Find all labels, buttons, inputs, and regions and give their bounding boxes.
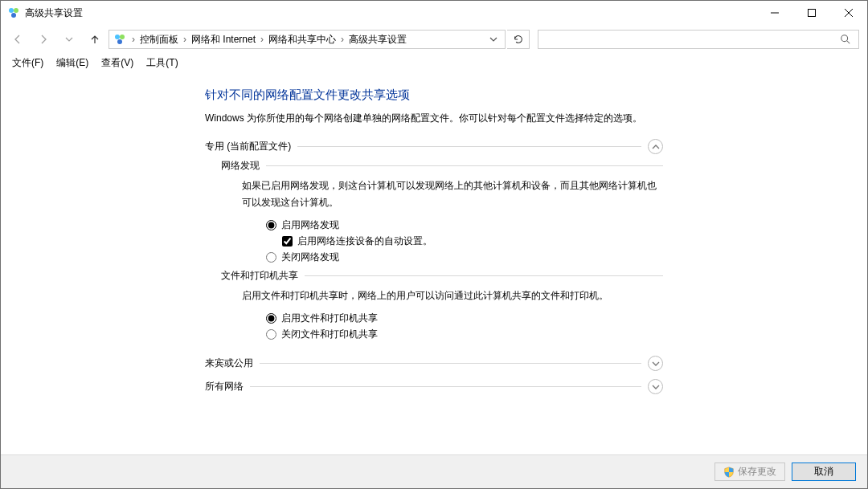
address-bar[interactable]: › 控制面板 › 网络和 Internet › 网络和共享中心 › 高级共享设置 — [108, 30, 506, 49]
page-subtext: Windows 为你所使用的每个网络创建单独的网络配置文件。你可以针对每个配置文… — [205, 111, 663, 126]
search-input[interactable] — [542, 32, 836, 47]
menu-view[interactable]: 查看(V) — [95, 55, 140, 71]
radio-netdisc-off[interactable]: 关闭网络发现 — [266, 251, 663, 264]
address-icon — [113, 32, 127, 47]
chevron-right-icon[interactable]: › — [182, 34, 188, 45]
chevron-right-icon[interactable]: › — [259, 34, 265, 45]
svg-point-6 — [117, 39, 122, 44]
radio-label: 启用网络发现 — [281, 218, 339, 232]
footer: 保存更改 取消 — [1, 454, 867, 488]
app-icon — [7, 6, 20, 19]
radio-input[interactable] — [266, 329, 276, 340]
profile-guest-header[interactable]: 来宾或公用 — [205, 356, 663, 371]
button-label: 保存更改 — [738, 465, 776, 479]
forward-button[interactable] — [31, 28, 55, 51]
profile-private-header[interactable]: 专用 (当前配置文件) — [205, 139, 663, 154]
up-button[interactable] — [83, 28, 107, 51]
settings-panel: 针对不同的网络配置文件更改共享选项 Windows 为你所使用的每个网络创建单独… — [205, 83, 663, 454]
menu-bar: 文件(F) 编辑(E) 查看(V) 工具(T) — [1, 54, 867, 71]
svg-point-7 — [841, 35, 848, 42]
profile-private-label: 专用 (当前配置文件) — [205, 140, 291, 153]
refresh-button[interactable] — [507, 30, 530, 49]
svg-rect-3 — [809, 10, 816, 17]
recent-dropdown[interactable] — [57, 28, 81, 51]
radio-fileshare-on[interactable]: 启用文件和打印机共享 — [266, 312, 663, 325]
nav-row: › 控制面板 › 网络和 Internet › 网络和共享中心 › 高级共享设置 — [1, 25, 867, 54]
checkbox-label: 启用网络连接设备的自动设置。 — [297, 234, 432, 248]
divider — [266, 165, 663, 166]
chevron-right-icon[interactable]: › — [339, 34, 346, 45]
maximize-button[interactable] — [793, 1, 830, 25]
titlebar: 高级共享设置 — [1, 1, 867, 25]
fileshare-desc: 启用文件和打印机共享时，网络上的用户可以访问通过此计算机共享的文件和打印机。 — [242, 287, 663, 304]
profile-guest-label: 来宾或公用 — [205, 357, 253, 370]
breadcrumb-item[interactable]: 高级共享设置 — [346, 33, 410, 47]
radio-netdisc-on[interactable]: 启用网络发现 — [266, 218, 663, 232]
divider — [297, 146, 641, 147]
save-button[interactable]: 保存更改 — [714, 463, 785, 481]
radio-input[interactable] — [266, 252, 276, 263]
radio-label: 关闭网络发现 — [281, 251, 339, 264]
search-box[interactable] — [538, 30, 859, 49]
breadcrumb-item[interactable]: 控制面板 — [137, 33, 182, 47]
svg-point-5 — [120, 35, 125, 39]
window: 高级共享设置 › — [0, 0, 868, 489]
breadcrumb-item[interactable]: 网络和 Internet — [188, 33, 259, 47]
checkbox-input[interactable] — [282, 236, 293, 247]
svg-point-0 — [9, 8, 14, 13]
button-label: 取消 — [814, 465, 833, 479]
check-netdisc-auto[interactable]: 启用网络连接设备的自动设置。 — [282, 234, 663, 248]
profile-all-header[interactable]: 所有网络 — [205, 379, 663, 394]
section-file-share: 文件和打印机共享 — [221, 269, 663, 283]
minimize-button[interactable] — [756, 1, 793, 25]
close-button[interactable] — [830, 1, 867, 25]
page-heading: 针对不同的网络配置文件更改共享选项 — [205, 88, 663, 103]
divider — [260, 363, 641, 364]
section-title: 网络发现 — [221, 159, 260, 173]
address-dropdown[interactable] — [484, 31, 503, 48]
chevron-right-icon[interactable]: › — [130, 34, 137, 45]
collapse-icon[interactable] — [648, 139, 663, 154]
back-button[interactable] — [6, 28, 30, 51]
svg-point-1 — [14, 8, 18, 13]
shield-icon — [723, 467, 735, 478]
window-title: 高级共享设置 — [25, 6, 83, 20]
section-title: 文件和打印机共享 — [221, 269, 298, 283]
divider — [250, 386, 641, 387]
menu-file[interactable]: 文件(F) — [6, 55, 50, 71]
svg-point-4 — [115, 35, 120, 39]
breadcrumb-item[interactable]: 网络和共享中心 — [265, 33, 339, 47]
divider — [305, 275, 663, 276]
radio-fileshare-off[interactable]: 关闭文件和打印机共享 — [266, 328, 663, 341]
search-icon[interactable] — [836, 31, 855, 48]
netdisc-desc: 如果已启用网络发现，则这台计算机可以发现网络上的其他计算机和设备，而且其他网络计… — [242, 177, 663, 210]
menu-edit[interactable]: 编辑(E) — [50, 55, 95, 71]
expand-icon[interactable] — [648, 356, 663, 371]
content-area: 针对不同的网络配置文件更改共享选项 Windows 为你所使用的每个网络创建单独… — [1, 71, 867, 454]
radio-input[interactable] — [266, 313, 276, 324]
cancel-button[interactable]: 取消 — [792, 463, 856, 481]
radio-label: 启用文件和打印机共享 — [281, 312, 378, 325]
svg-point-2 — [11, 13, 16, 18]
menu-tools[interactable]: 工具(T) — [140, 55, 184, 71]
section-network-discovery: 网络发现 — [221, 159, 663, 173]
profile-all-label: 所有网络 — [205, 380, 244, 393]
radio-input[interactable] — [266, 220, 276, 230]
radio-label: 关闭文件和打印机共享 — [281, 328, 378, 341]
expand-icon[interactable] — [648, 379, 663, 394]
